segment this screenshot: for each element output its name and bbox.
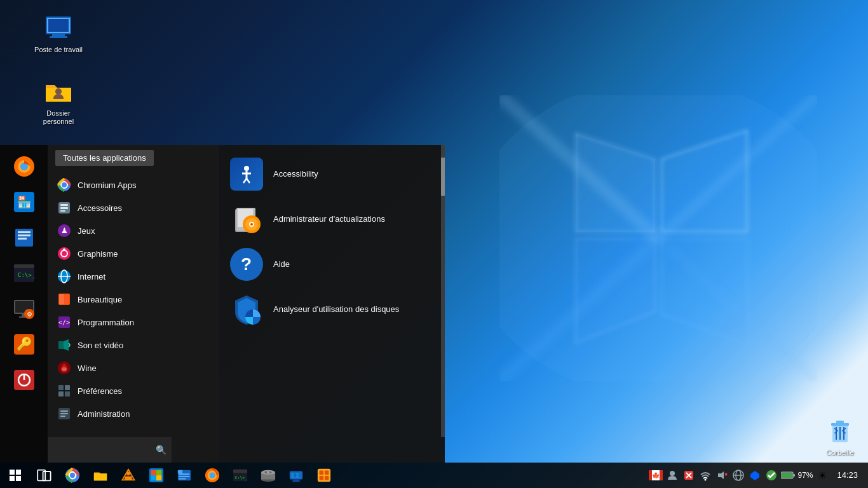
app-entry-aide[interactable]: ? Aide: [219, 241, 445, 287]
tray-volume-mute[interactable]: [715, 468, 729, 482]
svg-rect-128: [299, 473, 301, 477]
desktop-icon-poste-travail[interactable]: Poste de travail: [33, 13, 84, 54]
category-graphisme[interactable]: Graphisme: [48, 242, 219, 265]
tray-wifi[interactable]: [698, 468, 712, 482]
tray-dropbox[interactable]: [748, 468, 762, 482]
preferences-icon: [57, 384, 71, 398]
taskbar-files[interactable]: [86, 463, 114, 488]
battery-indicator[interactable]: 97%: [781, 471, 813, 480]
category-bureautique[interactable]: Bureautique: [48, 288, 219, 311]
taskbar-store[interactable]: [142, 463, 170, 488]
svg-rect-154: [782, 473, 792, 478]
svg-rect-71: [65, 391, 70, 396]
svg-point-141: [705, 479, 707, 481]
task-view-button[interactable]: [31, 463, 58, 488]
category-jeux[interactable]: ♟ Jeux: [48, 219, 219, 242]
tray-user[interactable]: [665, 468, 679, 482]
taskbar-chromium[interactable]: [58, 463, 86, 488]
main-content[interactable]: Accessibility A: [219, 145, 445, 463]
all-apps-button[interactable]: Toutes les applications: [55, 150, 154, 166]
files-taskbar-icon: [93, 468, 108, 483]
svg-rect-27: [18, 234, 31, 236]
tray-cross[interactable]: [682, 468, 696, 482]
tray-check[interactable]: [764, 468, 778, 482]
category-administration[interactable]: Administration: [48, 402, 219, 425]
search-icon[interactable]: 🔍: [156, 445, 166, 455]
bureautique-icon: [57, 292, 71, 306]
yellow-app-taskbar-icon: [316, 468, 332, 483]
battery-icon: [781, 471, 795, 480]
svg-rect-15: [831, 423, 849, 426]
sidebar-monitor[interactable]: ⚙: [9, 294, 39, 324]
jeux-label: Jeux: [78, 226, 95, 236]
category-preferences[interactable]: Préférences: [48, 379, 219, 402]
apps-list: Chromium Apps Accessoires: [48, 171, 219, 463]
svg-text:C:\>_: C:\>_: [18, 272, 36, 278]
taskbar-firefox[interactable]: [198, 463, 226, 488]
internet-icon: [57, 269, 71, 283]
tray-flag-canada[interactable]: 🍁: [649, 468, 663, 482]
category-internet[interactable]: Internet: [48, 265, 219, 288]
taskbar-disk[interactable]: [254, 463, 282, 488]
svg-rect-12: [48, 19, 69, 32]
svg-rect-61: [59, 299, 64, 304]
sidebar-sticky[interactable]: [9, 222, 39, 253]
administration-icon: [57, 407, 71, 421]
tray-globe[interactable]: [731, 468, 745, 482]
svg-rect-75: [60, 416, 65, 417]
sidebar-power[interactable]: [9, 365, 39, 395]
start-button[interactable]: [0, 463, 31, 488]
updater-label: Administrateur d'actualizations: [273, 214, 385, 224]
sidebar-key[interactable]: 🔑: [9, 329, 39, 360]
virtualbox-taskbar-icon: [288, 468, 304, 483]
category-wine[interactable]: Wine: [48, 356, 219, 379]
taskbar-yellow-app[interactable]: [310, 463, 338, 488]
sidebar-store[interactable]: 🏪: [9, 187, 39, 217]
taskbar: C:\>_: [0, 463, 868, 488]
sidebar-firefox[interactable]: [9, 151, 39, 182]
file-manager-icon: [177, 468, 192, 483]
svg-point-13: [55, 88, 62, 95]
svg-rect-94: [43, 471, 51, 480]
svg-rect-16: [836, 421, 844, 423]
svg-line-80: [247, 179, 250, 183]
accessibility-icon: [229, 156, 264, 191]
app-entry-updater[interactable]: Administrateur d'actualizations: [219, 196, 445, 241]
recycle-bin[interactable]: Corbeille: [825, 416, 855, 456]
taskbar-virtualbox[interactable]: [282, 463, 310, 488]
recycle-bin-label: Corbeille: [826, 449, 853, 456]
wine-label: Wine: [78, 363, 97, 373]
svg-rect-69: [65, 385, 70, 390]
desktop-icon-dossier-personnel[interactable]: Dossier personnel: [33, 76, 84, 126]
disk-analyzer-icon: [229, 292, 264, 327]
search-bar: 🔍: [48, 437, 172, 463]
category-accessoires[interactable]: Accessoires: [48, 196, 219, 219]
svg-point-137: [670, 471, 675, 476]
terminal-taskbar-icon: C:\>_: [233, 468, 248, 483]
search-input[interactable]: [53, 445, 152, 455]
taskbar-terminal[interactable]: C:\>_: [226, 463, 254, 488]
sidebar-terminal[interactable]: C:\>_: [9, 258, 39, 288]
dossier-personnel-icon: [43, 76, 74, 107]
svg-rect-89: [10, 470, 15, 475]
clock-time: 14:23: [837, 470, 858, 480]
app-entry-disk-analyzer[interactable]: Analyseur d'utilisation des disques: [219, 287, 445, 332]
scrollbar[interactable]: [441, 145, 445, 437]
app-entry-accessibility[interactable]: Accessibility: [219, 151, 445, 196]
category-chromium-apps[interactable]: Chromium Apps: [48, 173, 219, 196]
taskbar-file-manager[interactable]: [170, 463, 198, 488]
clock[interactable]: 14:23: [832, 470, 863, 481]
category-son-video[interactable]: Son et vidéo: [48, 334, 219, 356]
firefox-taskbar-icon: [205, 468, 220, 483]
svg-rect-62: [64, 299, 69, 304]
category-programmation[interactable]: </> Programmation: [48, 311, 219, 334]
svg-rect-105: [151, 475, 156, 480]
tray-brightness[interactable]: ☀: [815, 468, 829, 482]
preferences-label: Préférences: [78, 386, 122, 396]
programmation-label: Programmation: [78, 318, 134, 327]
svg-rect-109: [179, 473, 190, 475]
taskbar-vlc[interactable]: [114, 463, 142, 488]
scroll-thumb[interactable]: [441, 158, 445, 196]
battery-percent: 97%: [797, 471, 813, 480]
svg-point-122: [267, 471, 269, 474]
